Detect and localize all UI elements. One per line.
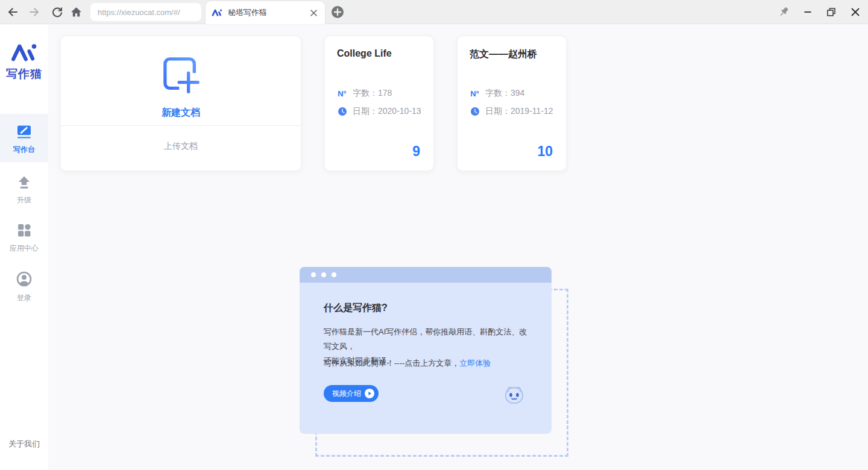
main-content: 新建文档 上传文档 College Life N° 字数：178 日期：2020… (48, 25, 868, 470)
close-button[interactable] (847, 4, 864, 20)
user-icon (16, 271, 33, 287)
new-document-icon (163, 57, 201, 98)
date-row: 日期：2019-11-12 (470, 106, 553, 117)
back-arrow-icon (7, 6, 19, 18)
window-dot-icon (321, 272, 326, 277)
number-icon: N° (470, 89, 480, 98)
window-dot-icon (311, 272, 316, 277)
address-bar[interactable]: https://xiezuocat.com/#/ (90, 3, 201, 21)
play-icon (365, 389, 374, 398)
date-text: 日期：2020-10-13 (353, 106, 421, 117)
document-score: 9 (412, 143, 420, 160)
minimize-button[interactable] (799, 4, 816, 20)
pin-button[interactable] (775, 4, 792, 20)
document-title: 范文——赵州桥 (470, 48, 558, 61)
url-text: https://xiezuocat.com/#/ (98, 8, 180, 17)
new-document-card: 新建文档 上传文档 (60, 36, 301, 171)
promo-title: 什么是写作猫? (324, 302, 388, 315)
about-us-link[interactable]: 关于我们 (0, 439, 48, 450)
forward-arrow-icon (28, 6, 40, 18)
browser-toolbar: https://xiezuocat.com/#/ 秘塔写作猫 (0, 0, 868, 24)
cat-mascot-icon (502, 383, 526, 409)
promo-description-line1: 写作猫是新一代AI写作伴侣，帮你推敲用语、斟酌文法、改写文风， (324, 327, 527, 351)
plus-icon (331, 5, 344, 19)
sidebar-item-label: 升级 (0, 195, 48, 205)
promo-window-bar (300, 267, 552, 283)
word-count-text: 字数：394 (485, 88, 524, 99)
site-favicon-icon (212, 8, 222, 17)
sidebar-item-label: 登录 (0, 293, 48, 303)
upgrade-arrow-icon (16, 174, 32, 190)
document-title: College Life (337, 48, 425, 59)
restore-button[interactable] (823, 4, 840, 20)
new-tab-button[interactable] (331, 5, 344, 19)
minimize-icon (803, 7, 813, 17)
date-row: 日期：2020-10-13 (337, 106, 421, 117)
new-document-label: 新建文档 (61, 107, 301, 119)
clock-icon (337, 107, 347, 116)
tab-title: 秘塔写作猫 (228, 7, 308, 18)
number-icon: N° (337, 89, 347, 98)
home-button[interactable] (68, 4, 84, 20)
word-count-text: 字数：178 (353, 88, 392, 99)
document-card[interactable]: College Life N° 字数：178 日期：2020-10-13 9 (324, 36, 434, 171)
sidebar: 写作猫 写作台 升级 (0, 25, 48, 470)
upload-document-button[interactable]: 上传文档 (61, 141, 301, 152)
sidebar-item-writing-desk[interactable]: 写作台 (0, 114, 48, 162)
writing-desk-icon (16, 124, 32, 139)
promo-cta-line: 写作从未如此简单！----点击上方文章，立即体验 (324, 356, 533, 371)
video-intro-label: 视频介绍 (332, 389, 361, 399)
refresh-button[interactable] (49, 4, 65, 20)
browser-tab[interactable]: 秘塔写作猫 (206, 1, 325, 24)
logo-text: 写作猫 (0, 66, 48, 82)
date-text: 日期：2019-11-12 (485, 106, 553, 117)
app-logo[interactable]: 写作猫 (0, 43, 48, 82)
clock-icon (470, 107, 480, 116)
document-score: 10 (537, 143, 553, 160)
video-intro-button[interactable]: 视频介绍 (324, 385, 379, 402)
sidebar-item-label: 应用中心 (0, 243, 48, 254)
restore-icon (826, 7, 837, 17)
document-card[interactable]: 范文——赵州桥 N° 字数：394 日期：2019-11-12 10 (457, 36, 567, 171)
refresh-icon (51, 6, 63, 18)
back-button[interactable] (5, 4, 20, 20)
pin-icon (777, 5, 790, 19)
word-count-row: N° 字数：178 (337, 88, 392, 99)
word-count-row: N° 字数：394 (470, 88, 524, 99)
sidebar-item-login[interactable]: 登录 (0, 269, 48, 303)
sidebar-item-upgrade[interactable]: 升级 (0, 172, 48, 205)
sidebar-item-label: 写作台 (0, 145, 48, 155)
try-now-link[interactable]: 立即体验 (459, 359, 491, 368)
tab-close-icon[interactable] (308, 7, 319, 18)
app-window: https://xiezuocat.com/#/ 秘塔写作猫 (0, 0, 868, 470)
home-icon (70, 6, 83, 18)
logo-mark-icon (10, 43, 38, 62)
app-grid-icon (16, 222, 32, 238)
promo-cta-text: 写作从未如此简单！----点击上方文章， (324, 359, 459, 368)
window-dot-icon (332, 272, 336, 277)
close-icon (851, 7, 860, 17)
forward-button[interactable] (27, 4, 42, 20)
promo-card: 什么是写作猫? 写作猫是新一代AI写作伴侣，帮你推敲用语、斟酌文法、改写文风，还… (300, 267, 552, 434)
new-document-button[interactable]: 新建文档 (61, 36, 301, 126)
sidebar-item-app-center[interactable]: 应用中心 (0, 221, 48, 254)
